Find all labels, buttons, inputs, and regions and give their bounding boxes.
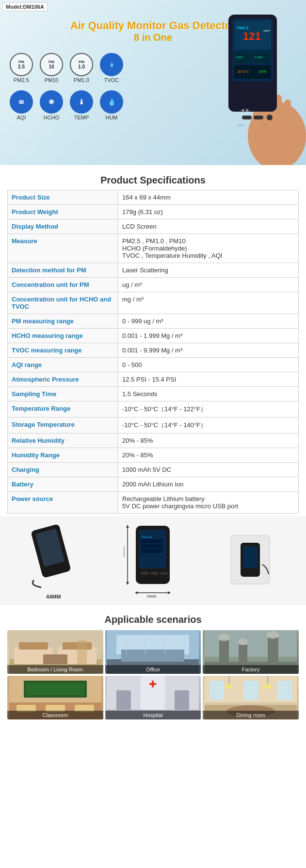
scenario-label: Bedroom / Living Room bbox=[7, 665, 103, 674]
scenario-item: Hospital bbox=[105, 676, 201, 719]
svg-text:◀ ▶: ◀ ▶ bbox=[241, 107, 250, 113]
icon-pm10b: PM1.0 PM1.0 bbox=[70, 53, 93, 83]
aqi-label: AQI bbox=[17, 115, 26, 120]
specs-value: 20% - 85% bbox=[118, 448, 299, 463]
svg-rect-46 bbox=[243, 546, 258, 568]
svg-rect-76 bbox=[26, 683, 84, 695]
pm25-label: PM2.5 bbox=[14, 77, 29, 83]
svg-text:ug/m³: ug/m³ bbox=[263, 29, 271, 32]
svg-marker-42 bbox=[168, 591, 171, 594]
specs-row: Display MethodLCD Screen bbox=[8, 219, 299, 234]
svg-rect-33 bbox=[141, 572, 148, 575]
svg-rect-30 bbox=[141, 539, 163, 543]
svg-rect-54 bbox=[77, 640, 87, 664]
hero-icons-row2: ≋ AQI ❄ HCHO 🌡 TEMP 💧 HUM bbox=[10, 90, 123, 120]
tvoc-icon: 💧 bbox=[100, 53, 123, 76]
specs-label: Power source bbox=[8, 492, 118, 514]
svg-text:0.002: 0.002 bbox=[236, 56, 243, 59]
scenarios-title: Applicable scenarios bbox=[7, 614, 299, 625]
specs-label: Battery bbox=[8, 477, 118, 492]
svg-rect-87 bbox=[152, 681, 154, 687]
specs-title: Product Specifications bbox=[7, 175, 299, 186]
svg-text:PM2.5: PM2.5 bbox=[237, 26, 249, 30]
scenario-label: Hospital bbox=[105, 711, 201, 719]
specs-value: 0 - 999 ug / m³ bbox=[118, 314, 299, 329]
specs-row: Battery2000 mAh Lithium Ion bbox=[8, 477, 299, 492]
specs-value: -10°C - 50°C（14°F - 122°F） bbox=[118, 401, 299, 417]
svg-rect-66 bbox=[219, 640, 229, 664]
specs-row: MeasurePM2.5 , PM1.0 , PM10HCHO (Formald… bbox=[8, 234, 299, 263]
specs-value: 0.001 - 1.999 Mg / m³ bbox=[118, 329, 299, 343]
icon-hum: 💧 HUM bbox=[100, 90, 123, 120]
specs-value: 20% - 85% bbox=[118, 434, 299, 448]
svg-rect-51 bbox=[19, 642, 48, 650]
svg-text:SET: SET bbox=[261, 124, 267, 127]
svg-rect-67 bbox=[239, 645, 247, 664]
specs-value: -10°C - 50°C（14°F - 140°F） bbox=[118, 417, 299, 434]
specs-value: mg / m³ bbox=[118, 292, 299, 314]
specs-value: Laser Scattering bbox=[118, 263, 299, 278]
specs-value: 164 x 69 x 44mm bbox=[118, 190, 299, 205]
specs-label: Humidity Range bbox=[8, 448, 118, 463]
specs-label: TVOC measuring range bbox=[8, 343, 118, 358]
svg-text:164MM: 164MM bbox=[124, 546, 125, 557]
specs-row: Storage Temperature-10°C - 50°C（14°F - 1… bbox=[8, 417, 299, 434]
scenarios-grid: Bedroom / Living Room Office Factory bbox=[7, 630, 299, 719]
specs-value: 2000 mAh Lithium Ion bbox=[118, 477, 299, 492]
specs-value: 1000 mAh 5V DC bbox=[118, 463, 299, 477]
svg-point-70 bbox=[238, 638, 248, 645]
pm10b-label: PM1.0 bbox=[74, 77, 89, 83]
svg-rect-31 bbox=[141, 544, 163, 548]
svg-point-69 bbox=[218, 634, 230, 641]
specs-label: Sampling Time bbox=[8, 387, 118, 401]
specs-value: 12.5 PSI - 15.4 PSI bbox=[118, 372, 299, 387]
icon-tvoc: 💧 TVOC bbox=[100, 53, 123, 83]
specs-value: LCD Screen bbox=[118, 219, 299, 234]
hcho-icon: ❄ bbox=[40, 90, 63, 114]
specs-label: Concentration unit for PM bbox=[8, 278, 118, 292]
svg-point-71 bbox=[267, 631, 279, 639]
icon-temp: 🌡 TEMP bbox=[70, 90, 93, 120]
svg-marker-41 bbox=[135, 591, 138, 594]
hum-icon: 💧 bbox=[100, 90, 123, 114]
scenario-item: Bedroom / Living Room bbox=[7, 630, 103, 674]
temp-icon: 🌡 bbox=[70, 90, 93, 114]
scenario-item: Factory bbox=[203, 630, 299, 674]
specs-row: Product Weight179g (6.31 oz) bbox=[8, 205, 299, 219]
svg-rect-68 bbox=[268, 637, 278, 664]
svg-text:ESC: ESC bbox=[238, 124, 244, 127]
svg-point-95 bbox=[225, 684, 233, 689]
svg-point-97 bbox=[264, 684, 272, 689]
scenario-item: Office bbox=[105, 630, 201, 674]
svg-rect-84 bbox=[116, 690, 131, 710]
tvoc-label: TVOC bbox=[104, 77, 119, 83]
specs-label: Charging bbox=[8, 463, 118, 477]
dim-item-box bbox=[226, 526, 279, 596]
dim-item-side: 44MM bbox=[27, 522, 80, 600]
svg-rect-92 bbox=[243, 681, 258, 700]
icon-aqi: ≋ AQI bbox=[10, 90, 33, 120]
specs-label: Concentration unit for HCHO and TVOC bbox=[8, 292, 118, 314]
svg-rect-35 bbox=[160, 572, 168, 575]
specs-row: Relative Humidity20% - 85% bbox=[8, 434, 299, 448]
specs-row: Concentration unit for PMug / m³ bbox=[8, 278, 299, 292]
svg-text:121: 121 bbox=[243, 30, 261, 42]
scenario-item: Dining room bbox=[203, 676, 299, 719]
specs-label: AQI range bbox=[8, 358, 118, 372]
scenario-label: Dining room bbox=[203, 711, 299, 719]
specs-label: Display Method bbox=[8, 219, 118, 234]
scenario-label: Factory bbox=[203, 665, 299, 674]
svg-text:28.5°C: 28.5°C bbox=[237, 69, 249, 74]
specs-row: Sampling Time1.5 Seconds bbox=[8, 387, 299, 401]
specs-value: 0 - 500 bbox=[118, 358, 299, 372]
specs-row: TVOC measuring range0.001 - 9.999 Mg / m… bbox=[8, 343, 299, 358]
specs-row: AQI range0 - 500 bbox=[8, 358, 299, 372]
svg-rect-5 bbox=[284, 100, 291, 121]
icon-pm25: PM2.5 PM2.5 bbox=[10, 53, 33, 83]
specs-row: Charging1000 mAh 5V DC bbox=[8, 463, 299, 477]
svg-marker-37 bbox=[126, 525, 129, 528]
svg-text:33%: 33% bbox=[258, 69, 266, 74]
specs-row: Product Size164 x 69 x 44mm bbox=[8, 190, 299, 205]
svg-text:0.265: 0.265 bbox=[255, 56, 263, 59]
temp-label: TEMP bbox=[74, 115, 89, 120]
